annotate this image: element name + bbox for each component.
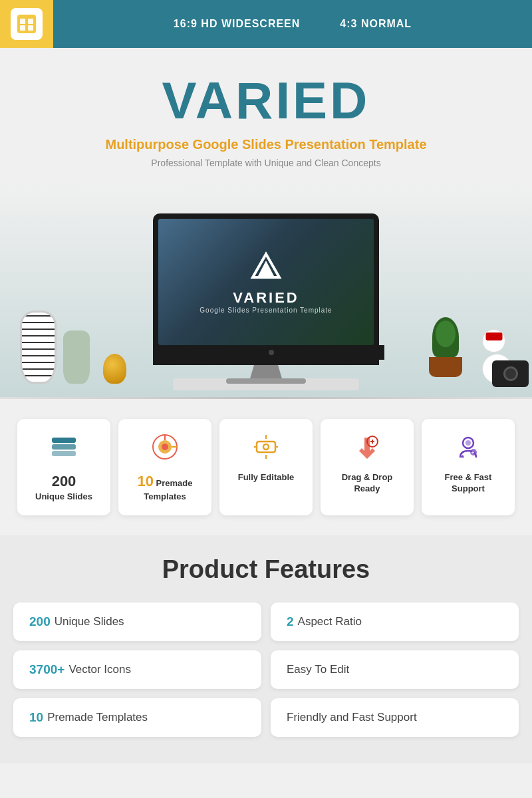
feature-card-dragdrop: Drag & Drop Ready — [321, 419, 414, 515]
nav-widescreen[interactable]: 16:9 HD WIDESCREEN — [174, 18, 300, 30]
vase1 — [20, 311, 57, 384]
feature-card-templates: 10 Premade Templates — [118, 419, 211, 515]
features-row: 200 Unique Slides 10 Premade Templates — [0, 399, 532, 535]
monitor-screen-wrap: VARIED Google Slides Presentation Templa… — [153, 213, 379, 365]
feature-label-editable: Fully Editable — [238, 472, 295, 483]
feat-num-icons: 3700+ — [29, 662, 65, 677]
feat-text-slides: Unique Slides — [55, 615, 124, 628]
monitor: VARIED Google Slides Presentation Templa… — [153, 213, 379, 384]
feat-fast-support: Friendly and Fast Support — [271, 698, 519, 737]
plant — [426, 317, 466, 377]
monitor-screen: VARIED Google Slides Presentation Templa… — [158, 219, 374, 345]
svg-rect-7 — [52, 451, 76, 456]
template-icon — [150, 432, 180, 466]
product-features-section: Product Features 200 Unique Slides 2 Asp… — [0, 535, 532, 763]
feature-label-slides: 200 Unique Slides — [35, 472, 92, 502]
feat-text-edit: Easy To Edit — [287, 663, 349, 676]
feat-text-templates: Premade Templates — [47, 711, 148, 724]
svg-text:+: + — [471, 450, 474, 455]
hero-subtitle: Multipurpose Google Slides Presentation … — [13, 137, 519, 152]
hero-section: VARIED Multipurpose Google Slides Presen… — [0, 48, 532, 168]
svg-point-15 — [263, 444, 269, 450]
feature-card-slides: 200 Unique Slides — [17, 419, 110, 515]
feat-text-aspect: Aspect Ratio — [298, 615, 362, 628]
feat-easy-edit: Easy To Edit — [271, 650, 519, 689]
monitor-dot — [269, 350, 274, 355]
top-nav: 16:9 HD WIDESCREEN 4:3 NORMAL — [53, 18, 532, 30]
monitor-title: VARIED — [200, 289, 332, 307]
feat-unique-slides: 200 Unique Slides — [13, 602, 261, 641]
feature-label-dragdrop: Drag & Drop Ready — [329, 472, 406, 495]
vase2 — [63, 331, 90, 384]
layers-icon — [49, 432, 78, 466]
mockup-area: VARIED Google Slides Presentation Templa… — [0, 184, 532, 397]
drag-drop-icon — [352, 432, 382, 466]
monitor-sub: Google Slides Presentation Template — [200, 307, 332, 314]
svg-point-24 — [466, 440, 471, 446]
monitor-base — [226, 378, 306, 384]
svg-point-11 — [162, 444, 168, 450]
subtitle-accent: Google Slides — [193, 137, 281, 152]
deco-left — [0, 198, 153, 397]
svg-rect-1 — [20, 19, 25, 24]
hero-description: Professional Template with Unique and Cl… — [13, 158, 519, 168]
svg-rect-8 — [52, 444, 76, 450]
svg-rect-0 — [17, 15, 36, 33]
feat-num-templates: 10 — [29, 710, 43, 725]
svg-rect-3 — [20, 25, 25, 31]
feat-vector-icons: 3700+ Vector Icons — [13, 650, 261, 689]
feat-aspect-ratio: 2 Aspect Ratio — [271, 602, 519, 641]
monitor-logo: VARIED Google Slides Presentation Templa… — [200, 251, 332, 314]
svg-rect-9 — [52, 438, 76, 443]
feature-card-editable: Fully Editable — [219, 419, 313, 515]
camera — [492, 360, 529, 387]
subtitle-before: Multipurpose — [105, 137, 192, 152]
feature-label-support: Free & Fast Support — [430, 472, 507, 495]
monitor-v-icon — [249, 251, 283, 284]
feat-text-icons: Vector Icons — [68, 663, 131, 676]
subtitle-after: Presentation Template — [281, 137, 427, 152]
features-grid: 200 Unique Slides 2 Aspect Ratio 3700+ V… — [13, 602, 519, 737]
monitor-stand — [246, 365, 286, 378]
product-features-title: Product Features — [13, 555, 519, 584]
support-icon: + — [454, 432, 483, 466]
monitor-chin — [158, 345, 384, 360]
top-bar: 16:9 HD WIDESCREEN 4:3 NORMAL — [0, 0, 532, 48]
svg-rect-2 — [28, 19, 33, 24]
svg-rect-4 — [28, 25, 33, 31]
feat-premade-templates: 10 Premade Templates — [13, 698, 261, 737]
feature-label-templates: 10 Premade Templates — [126, 472, 203, 502]
svg-rect-14 — [257, 442, 275, 452]
hero-title: VARIED — [13, 74, 519, 126]
edit-icon — [251, 432, 281, 466]
feat-text-support: Friendly and Fast Support — [287, 711, 417, 724]
deco-right — [399, 198, 532, 397]
feature-card-support: + Free & Fast Support — [422, 419, 515, 515]
logo-icon — [11, 8, 43, 40]
gold-ornament — [103, 354, 126, 384]
nav-normal[interactable]: 4:3 NORMAL — [340, 18, 412, 30]
feat-num-slides: 200 — [29, 614, 51, 629]
logo-area — [0, 0, 53, 48]
feat-num-aspect: 2 — [287, 614, 294, 629]
